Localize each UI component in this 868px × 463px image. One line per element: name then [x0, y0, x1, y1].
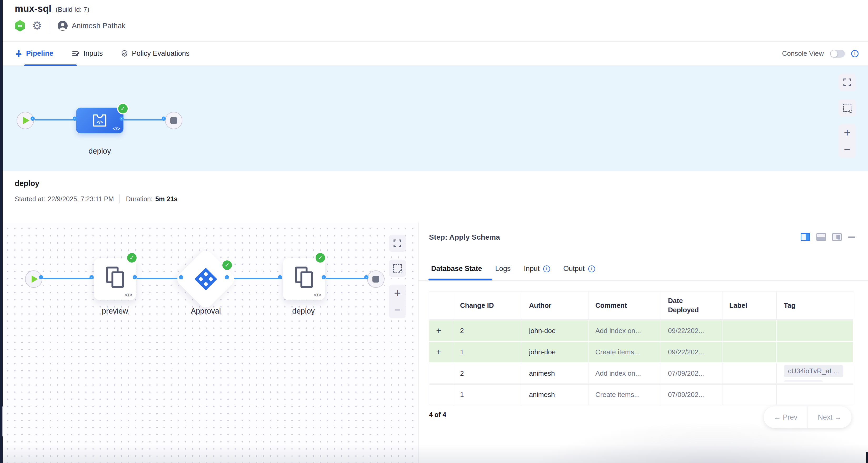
expand-row-button[interactable]: + [436, 347, 441, 357]
cell-tag: cU34ioTvR_aL... BL4TFLV... [777, 363, 853, 384]
infinity-glyph: ∞ [18, 22, 22, 30]
tag-chip-overflow: BL4TFLV... [784, 380, 823, 382]
table-row[interactable]: + 2 john-doe Add index on... 09/22/202..… [429, 321, 853, 341]
gear-icon[interactable]: ⚙ [32, 20, 42, 32]
cell-label [722, 363, 777, 384]
pipeline-icon [15, 50, 23, 58]
cell-comment: Add index on... [588, 363, 661, 384]
console-view-toggle[interactable] [830, 50, 845, 58]
step-panel-title: Step: Apply Schema [429, 233, 500, 241]
next-page-button[interactable]: Next → [808, 406, 852, 428]
step-node-preview[interactable]: </> [94, 258, 136, 300]
edge-port [278, 275, 282, 279]
code-badge: </> [314, 292, 321, 298]
tab-output[interactable]: Output i [563, 265, 595, 273]
zoom-out-button[interactable]: − [394, 304, 401, 316]
table-row[interactable]: 1 animesh Create items... 07/09/202... [429, 384, 853, 405]
active-tab-indicator [429, 278, 492, 280]
cell-change-id: 2 [453, 321, 522, 341]
table-row[interactable]: 2 animesh Add index on... 07/09/202... c… [429, 363, 853, 384]
edge-port [225, 275, 229, 279]
row-count: 4 of 4 [429, 411, 446, 419]
tab-inputs-label: Inputs [84, 49, 103, 58]
table-row[interactable]: + 1 john-doe Create items... 09/22/202..… [429, 342, 853, 362]
tab-pipeline-label: Pipeline [26, 49, 54, 58]
build-status-icon: ∞ [15, 20, 25, 32]
stage-name: deploy [15, 179, 39, 188]
layout-floating-icon[interactable] [832, 233, 842, 241]
tabs-bottom-border [418, 280, 868, 281]
cell-change-id: 1 [453, 342, 522, 362]
collapsed-sidebar-rail [0, 0, 3, 463]
tag-chip[interactable]: cU34ioTvR_aL... [784, 365, 843, 377]
success-badge: ✓ [316, 253, 325, 263]
cell-comment: Add index on... [588, 321, 661, 341]
end-node[interactable] [165, 112, 182, 129]
cell-change-id: 1 [453, 384, 522, 405]
tab-database-state[interactable]: Database State [431, 265, 482, 273]
layout-right-split-icon[interactable] [801, 233, 810, 241]
toggle-knob [831, 50, 837, 57]
tab-pipeline[interactable]: Pipeline [15, 41, 54, 66]
col-date-deployed: Date Deployed [661, 291, 722, 320]
success-badge: ✓ [118, 104, 128, 113]
marquee-icon [393, 264, 402, 272]
fit-view-button[interactable] [839, 74, 856, 91]
title-row: mux-sql (Build Id: 7) [15, 3, 89, 14]
tab-input[interactable]: Input i [524, 265, 550, 273]
fullscreen-icon [843, 78, 852, 87]
cell-tag [777, 384, 853, 405]
zoom-controls: + − [389, 285, 406, 318]
edge-line [229, 278, 282, 279]
zoom-in-button[interactable]: + [394, 287, 401, 299]
stop-icon [170, 117, 177, 124]
edge-port [133, 275, 137, 279]
expand-row-button[interactable]: + [436, 325, 441, 335]
main-tabbar: Pipeline Inputs Policy Evaluations Conso… [3, 41, 868, 66]
step-detail-panel: Step: Apply Schema Database State Logs I… [418, 223, 868, 463]
step-node-deploy[interactable]: </> [283, 258, 325, 300]
input-info-icon[interactable]: i [543, 265, 550, 272]
step-graph-canvas[interactable]: </> ✓ ✓ </> ✓ previ [3, 223, 418, 463]
tab-inputs[interactable]: Inputs [71, 41, 103, 66]
fit-view-button[interactable] [389, 235, 406, 252]
app-window: mux-sql (Build Id: 7) ∞ ⚙ Animesh Pathak [0, 0, 868, 463]
copy-layers-icon [104, 266, 126, 288]
zoom-out-button[interactable]: − [844, 144, 850, 155]
end-node[interactable] [367, 270, 384, 288]
step-node-label: Approval [177, 307, 235, 316]
zoom-in-button[interactable]: + [844, 127, 850, 138]
code-badge: </> [113, 126, 120, 132]
stage-node-label: deploy [71, 147, 129, 156]
minimize-panel-icon[interactable] [848, 236, 856, 238]
edge-line [43, 278, 93, 279]
stage-graph-canvas[interactable]: </> </> ✓ deploy + − [3, 66, 868, 171]
tab-database-state-label: Database State [431, 265, 482, 273]
code-container-icon: </> [91, 112, 108, 129]
start-node[interactable] [17, 112, 34, 129]
col-comment: Comment [588, 291, 661, 320]
marquee-select-button[interactable] [839, 99, 856, 117]
output-info-icon[interactable]: i [588, 265, 595, 272]
window-corner-notch [866, 452, 868, 463]
marquee-select-button[interactable] [389, 260, 406, 277]
cell-expander [429, 384, 453, 405]
stage-node-deploy[interactable]: </> </> [76, 108, 123, 133]
edge-line [136, 278, 183, 279]
layout-bottom-split-icon[interactable] [816, 233, 826, 241]
col-author: Author [522, 291, 588, 320]
start-node[interactable] [25, 270, 42, 288]
tab-policy-evaluations[interactable]: Policy Evaluations [121, 41, 189, 66]
play-icon [32, 275, 38, 283]
cell-date-deployed: 07/09/202... [661, 384, 722, 405]
tab-logs[interactable]: Logs [495, 265, 511, 273]
cell-label [722, 321, 777, 341]
duration-label: Duration: [126, 195, 152, 203]
play-icon [23, 117, 29, 124]
prev-page-button[interactable]: ← Prev [764, 406, 807, 428]
build-id-label: (Build Id: 7) [56, 6, 89, 13]
approval-logo-icon [195, 268, 217, 290]
started-at-label: Started at: [15, 195, 45, 203]
console-info-icon[interactable]: i [851, 50, 859, 57]
col-label: Label [722, 291, 777, 320]
